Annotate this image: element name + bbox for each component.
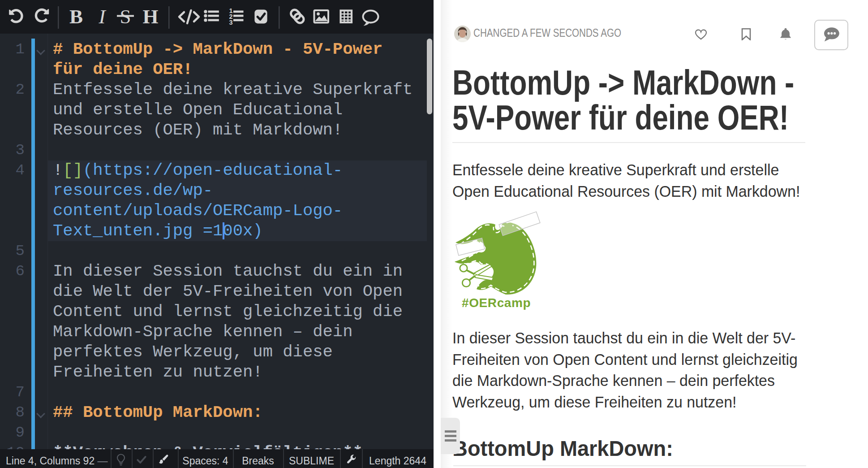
svg-text:I: I	[99, 5, 107, 28]
svg-text:H: H	[142, 5, 158, 28]
svg-text:3: 3	[229, 19, 232, 26]
svg-text:B: B	[69, 5, 83, 28]
